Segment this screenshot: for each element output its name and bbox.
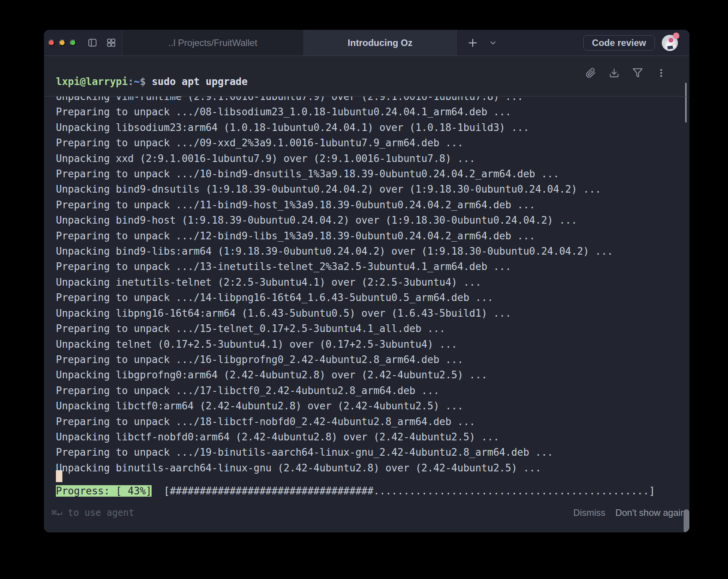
output-line: Unpacking xxd (2:9.1.0016-1ubuntu7.9) ov…	[56, 151, 683, 166]
shell-prompt: lxpi@larrypi:~$ sudo apt upgrade	[56, 74, 248, 89]
prompt-separator: :	[128, 76, 134, 87]
kebab-menu-icon	[656, 68, 666, 78]
output-line: Preparing to unpack .../13-inetutils-tel…	[56, 259, 683, 274]
titlebar-right: Code review	[583, 30, 689, 56]
filter-button[interactable]	[632, 67, 643, 78]
titlebar: ..l Projects/FruitWallet Introducing Oz …	[44, 30, 689, 56]
tab-bar-spacer	[457, 30, 583, 56]
panel-left-icon	[87, 38, 98, 48]
paperclip-icon	[586, 68, 596, 78]
window-controls	[44, 30, 122, 56]
code-review-label: Code review	[592, 38, 646, 48]
tab-dropdown-button[interactable]	[489, 39, 497, 47]
command-text: sudo apt upgrade	[152, 76, 247, 87]
close-button[interactable]	[48, 39, 55, 46]
tab-label: ..l Projects/FruitWallet	[168, 38, 258, 48]
progress-line: Progress: [ 43%] [######################…	[56, 483, 683, 499]
cursor-line	[56, 468, 683, 483]
user-avatar[interactable]	[662, 35, 678, 51]
output-line: Unpacking libctf0:arm64 (2.42-4ubuntu2.8…	[56, 398, 683, 414]
minimize-button[interactable]	[59, 39, 65, 46]
output-line: Preparing to unpack .../08-libsodium23_1…	[56, 104, 683, 119]
output-line: Preparing to unpack .../15-telnet_0.17+2…	[56, 321, 683, 336]
output-line: Unpacking vim-runtime (2:9.1.0016-1ubunt…	[56, 96, 683, 104]
download-button[interactable]	[609, 68, 619, 78]
output-line: Unpacking inetutils-telnet (2:2.5-3ubunt…	[56, 275, 683, 290]
terminal-window: ..l Projects/FruitWallet Introducing Oz …	[44, 30, 689, 532]
dont-show-again-button[interactable]: Don't show again	[615, 507, 686, 518]
output-line: Preparing to unpack .../17-libctf0_2.42-…	[56, 383, 683, 398]
plus-icon	[467, 37, 479, 49]
attach-button[interactable]	[586, 68, 596, 78]
prompt-user-host: lxpi@larrypi	[56, 76, 128, 87]
output-line: Unpacking libgprofng0:arm64 (2.42-4ubunt…	[56, 367, 683, 383]
header-scrollbar[interactable]	[685, 83, 687, 123]
output-line: Preparing to unpack .../11-bind9-host_1%…	[56, 197, 683, 213]
terminal-output-tail: Progress: [ 43%] [######################…	[56, 476, 683, 507]
more-options-button[interactable]	[656, 68, 666, 78]
command-actions	[586, 67, 666, 78]
tab-label: Introducing Oz	[348, 38, 412, 48]
code-review-button[interactable]: Code review	[583, 35, 655, 51]
output-line: Unpacking libpng16-16t64:arm64 (1.6.43-5…	[56, 306, 683, 321]
command-header: lxpi@larrypi:~$ sudo apt upgrade	[44, 56, 689, 96]
output-line: Preparing to unpack .../19-binutils-aarc…	[56, 445, 683, 460]
grid-icon	[106, 38, 116, 48]
output-line: Unpacking bind9-dnsutils (1:9.18.39-0ubu…	[56, 182, 683, 197]
new-tab-button[interactable]	[467, 37, 479, 49]
dismiss-button[interactable]: Dismiss	[573, 507, 606, 518]
zoom-button[interactable]	[70, 39, 76, 46]
output-line: Preparing to unpack .../16-libgprofng0_2…	[56, 352, 683, 367]
output-line: Preparing to unpack .../14-libpng16-16t6…	[56, 290, 683, 305]
output-line: Unpacking bind9-libs:arm64 (1:9.18.39-0u…	[56, 244, 683, 259]
output-line: Preparing to unpack .../10-bind9-dnsutil…	[56, 166, 683, 182]
agent-hint: ⌘↵ to use agent	[51, 507, 134, 518]
tab-projects-fruitwallet[interactable]: ..l Projects/FruitWallet	[122, 30, 304, 56]
output-line: Preparing to unpack .../18-libctf-nobfd0…	[56, 414, 683, 429]
terminal-output: Unpacking vim-runtime (2:9.1.0016-1ubunt…	[56, 96, 683, 507]
output-line: Unpacking libsodium23:arm64 (1.0.18-1ubu…	[56, 120, 683, 135]
tab-introducing-oz[interactable]: Introducing Oz	[304, 30, 457, 56]
output-line: Unpacking telnet (0.17+2.5-3ubuntu4.1) o…	[56, 337, 683, 352]
progress-label: Progress: [ 43%]	[56, 485, 152, 497]
footer-actions: Dismiss Don't show again	[573, 507, 686, 518]
layout-grid-button[interactable]	[106, 38, 116, 48]
prompt-symbol: $	[140, 76, 152, 87]
progress-bar: [##################################.....…	[152, 485, 655, 497]
funnel-icon	[632, 67, 643, 78]
output-line: Preparing to unpack .../09-xxd_2%3a9.1.0…	[56, 135, 683, 150]
prompt-path: ~	[134, 76, 140, 87]
output-line: Unpacking bind9-host (1:9.18.39-0ubuntu0…	[56, 213, 683, 228]
notification-dot	[673, 33, 679, 39]
download-icon	[609, 68, 619, 78]
output-line: Preparing to unpack .../12-bind9-libs_1%…	[56, 228, 683, 244]
sidebar-toggle-button[interactable]	[87, 38, 98, 48]
scrollbar-thumb[interactable]	[684, 509, 689, 532]
chevron-down-icon	[489, 39, 497, 47]
terminal-cursor	[56, 470, 62, 482]
output-line: Unpacking libctf-nobfd0:arm64 (2.42-4ubu…	[56, 429, 683, 445]
